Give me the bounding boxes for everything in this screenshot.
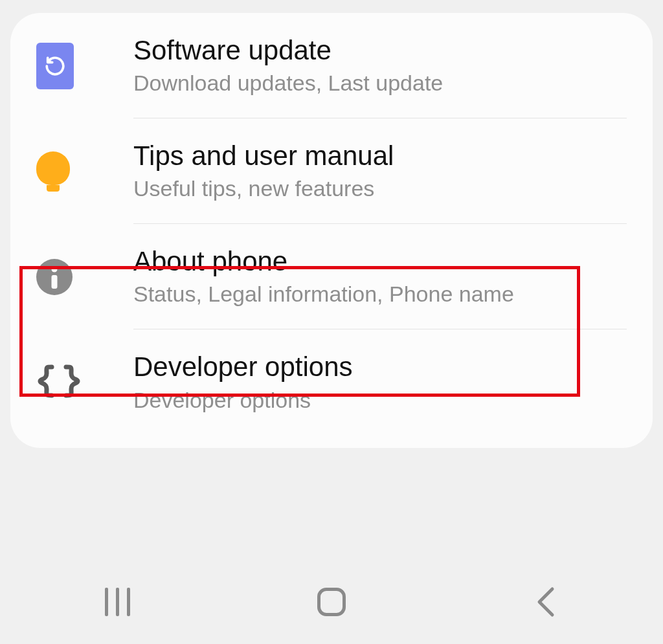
code-braces-icon <box>36 363 82 402</box>
text-container: About phone Status, Legal information, P… <box>133 246 633 307</box>
item-subtitle: Download updates, Last update <box>133 70 633 96</box>
item-title: Tips and user manual <box>133 140 633 172</box>
icon-container <box>36 259 133 295</box>
settings-card: Software update Download updates, Last u… <box>10 13 653 448</box>
recents-icon <box>105 588 130 616</box>
text-container: Tips and user manual Useful tips, new fe… <box>133 140 633 202</box>
refresh-icon <box>36 43 74 89</box>
item-title: Developer options <box>133 351 633 383</box>
item-subtitle: Useful tips, new features <box>133 175 633 202</box>
android-navbar <box>10 579 653 625</box>
svg-point-0 <box>52 266 58 272</box>
settings-item-about-phone[interactable]: About phone Status, Legal information, P… <box>10 224 653 329</box>
icon-container <box>36 151 133 192</box>
lightbulb-icon <box>36 151 70 192</box>
nav-recents-button[interactable] <box>78 583 156 621</box>
home-icon <box>317 588 346 616</box>
svg-rect-1 <box>52 275 58 289</box>
text-container: Developer options Developer options <box>133 351 633 413</box>
back-icon <box>533 586 559 618</box>
item-subtitle: Status, Legal information, Phone name <box>133 281 633 307</box>
item-title: Software update <box>133 35 633 66</box>
settings-item-software-update[interactable]: Software update Download updates, Last u… <box>10 13 653 118</box>
info-icon <box>36 259 73 295</box>
item-title: About phone <box>133 246 633 277</box>
text-container: Software update Download updates, Last u… <box>133 35 633 96</box>
settings-item-developer-options[interactable]: Developer options Developer options <box>10 329 653 435</box>
item-subtitle: Developer options <box>133 387 633 414</box>
icon-container <box>36 363 133 402</box>
icon-container <box>36 43 133 89</box>
nav-back-button[interactable] <box>507 583 585 621</box>
nav-home-button[interactable] <box>293 583 370 621</box>
settings-item-tips-manual[interactable]: Tips and user manual Useful tips, new fe… <box>10 118 653 224</box>
